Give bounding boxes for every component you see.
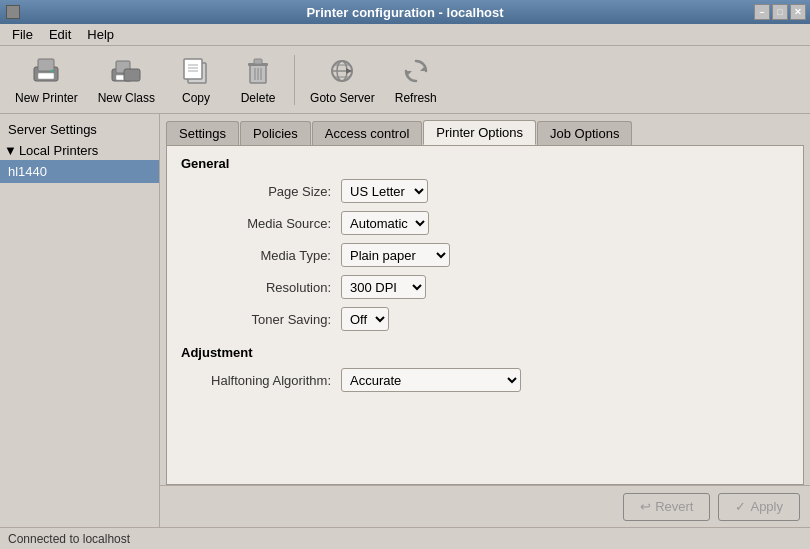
tab-job-options[interactable]: Job Options (537, 121, 632, 145)
tab-printer-options[interactable]: Printer Options (423, 120, 536, 145)
svg-rect-9 (184, 59, 202, 79)
halftoning-control: Accurate Normal Draft (341, 368, 521, 392)
collapse-icon: ▼ (4, 143, 17, 158)
svg-rect-2 (38, 73, 54, 79)
resolution-label: Resolution: (181, 280, 341, 295)
new-printer-button[interactable]: New Printer (6, 51, 87, 109)
toolbar: New Printer New Class Copy (0, 46, 810, 114)
page-size-select[interactable]: US Letter A4 Legal Executive (341, 179, 428, 203)
apply-label: Apply (750, 499, 783, 514)
adjustment-section-title: Adjustment (181, 345, 789, 360)
tab-policies[interactable]: Policies (240, 121, 311, 145)
revert-icon: ↩ (640, 499, 651, 514)
media-type-group: Media Type: Plain paper Thick paper Tran… (181, 243, 789, 267)
svg-rect-1 (38, 59, 54, 71)
media-type-control: Plain paper Thick paper Transparency Env… (341, 243, 450, 267)
new-class-label: New Class (98, 91, 155, 105)
halftoning-label: Halftoning Algorithm: (181, 373, 341, 388)
media-type-label: Media Type: (181, 248, 341, 263)
local-printers-label: Local Printers (19, 143, 98, 158)
printer-name: hl1440 (8, 164, 47, 179)
window-icon (6, 5, 20, 19)
menu-file[interactable]: File (4, 25, 41, 44)
tab-access-control[interactable]: Access control (312, 121, 423, 145)
general-section-title: General (181, 156, 789, 171)
revert-button[interactable]: ↩ Revert (623, 493, 710, 521)
window-title: Printer configuration - localhost (306, 5, 503, 20)
tab-settings[interactable]: Settings (166, 121, 239, 145)
sidebar-item-hl1440[interactable]: hl1440 (0, 160, 159, 183)
toner-saving-label: Toner Saving: (181, 312, 341, 327)
svg-marker-25 (420, 65, 426, 71)
delete-icon (242, 55, 274, 87)
toolbar-separator (294, 55, 295, 105)
resolution-group: Resolution: 300 DPI 600 DPI 1200 DPI (181, 275, 789, 299)
window-controls[interactable]: – □ ✕ (754, 4, 806, 20)
svg-rect-7 (124, 69, 140, 81)
goto-server-button[interactable]: Goto Server (301, 51, 384, 109)
page-size-control: US Letter A4 Legal Executive (341, 179, 428, 203)
new-printer-icon (30, 55, 62, 87)
delete-label: Delete (241, 91, 276, 105)
media-source-group: Media Source: Automatic Manual Tray 1 Tr… (181, 211, 789, 235)
statusbar: Connected to localhost (0, 527, 810, 549)
copy-label: Copy (182, 91, 210, 105)
sidebar-item-server-settings[interactable]: Server Settings (0, 118, 159, 141)
copy-icon (180, 55, 212, 87)
close-button[interactable]: ✕ (790, 4, 806, 20)
toner-saving-select[interactable]: Off On (341, 307, 389, 331)
sidebar: Server Settings ▼ Local Printers hl1440 (0, 114, 160, 527)
titlebar: Printer configuration - localhost – □ ✕ (0, 0, 810, 24)
server-settings-label: Server Settings (8, 122, 97, 137)
new-printer-label: New Printer (15, 91, 78, 105)
status-text: Connected to localhost (8, 532, 130, 546)
bottom-bar: ↩ Revert ✓ Apply (160, 485, 810, 527)
main-area: Server Settings ▼ Local Printers hl1440 … (0, 114, 810, 527)
media-source-label: Media Source: (181, 216, 341, 231)
refresh-label: Refresh (395, 91, 437, 105)
minimize-button[interactable]: – (754, 4, 770, 20)
media-source-control: Automatic Manual Tray 1 Tray 2 (341, 211, 429, 235)
apply-button[interactable]: ✓ Apply (718, 493, 800, 521)
halftoning-group: Halftoning Algorithm: Accurate Normal Dr… (181, 368, 789, 392)
svg-marker-26 (406, 71, 412, 77)
content-area: Settings Policies Access control Printer… (160, 114, 810, 527)
menubar: File Edit Help (0, 24, 810, 46)
page-size-group: Page Size: US Letter A4 Legal Executive (181, 179, 789, 203)
media-source-select[interactable]: Automatic Manual Tray 1 Tray 2 (341, 211, 429, 235)
toner-saving-control: Off On (341, 307, 389, 331)
delete-button[interactable]: Delete (228, 51, 288, 109)
sidebar-local-printers-section[interactable]: ▼ Local Printers (0, 141, 159, 160)
halftoning-select[interactable]: Accurate Normal Draft (341, 368, 521, 392)
svg-point-3 (51, 69, 54, 72)
maximize-button[interactable]: □ (772, 4, 788, 20)
goto-server-label: Goto Server (310, 91, 375, 105)
refresh-icon (400, 55, 432, 87)
menu-edit[interactable]: Edit (41, 25, 79, 44)
refresh-button[interactable]: Refresh (386, 51, 446, 109)
apply-icon: ✓ (735, 499, 746, 514)
goto-server-icon (326, 55, 358, 87)
tab-content-printer-options: General Page Size: US Letter A4 Legal Ex… (166, 145, 804, 485)
media-type-select[interactable]: Plain paper Thick paper Transparency Env… (341, 243, 450, 267)
resolution-control: 300 DPI 600 DPI 1200 DPI (341, 275, 426, 299)
toner-saving-group: Toner Saving: Off On (181, 307, 789, 331)
new-class-button[interactable]: New Class (89, 51, 164, 109)
svg-rect-15 (254, 59, 262, 64)
new-class-icon (110, 55, 142, 87)
page-size-label: Page Size: (181, 184, 341, 199)
revert-label: Revert (655, 499, 693, 514)
copy-button[interactable]: Copy (166, 51, 226, 109)
tab-bar: Settings Policies Access control Printer… (160, 114, 810, 145)
menu-help[interactable]: Help (79, 25, 122, 44)
resolution-select[interactable]: 300 DPI 600 DPI 1200 DPI (341, 275, 426, 299)
